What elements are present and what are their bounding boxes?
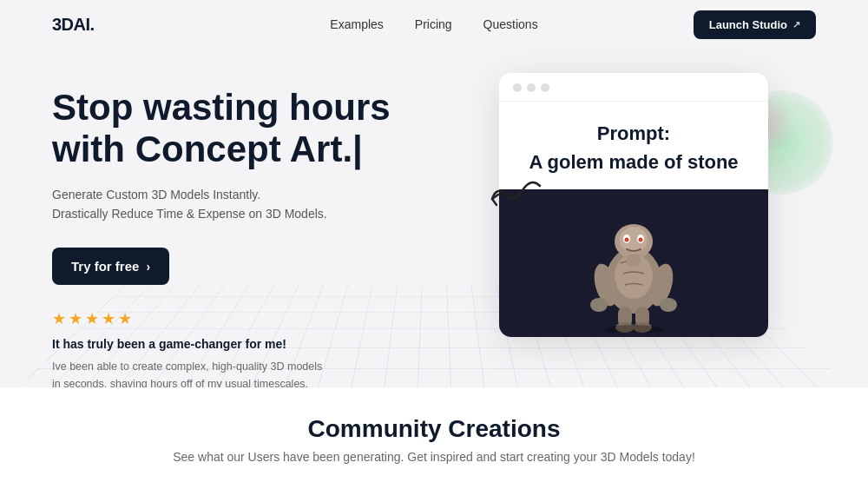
testimonial-title: It has truly been a game-changer for me! — [52, 337, 451, 351]
community-subtitle: See what our Users have been generating.… — [52, 450, 816, 464]
svg-rect-18 — [627, 254, 641, 267]
star-1: ★ — [52, 309, 66, 328]
window-dot-2 — [527, 83, 536, 92]
hero-headline: Stop wasting hours with Concept Art.| — [52, 87, 451, 171]
cta-arrow-icon: › — [146, 260, 150, 274]
window-dot-3 — [541, 83, 549, 92]
site-logo: 3DAI. — [52, 15, 95, 35]
star-rating: ★ ★ ★ ★ ★ — [52, 309, 451, 328]
svg-point-7 — [625, 237, 629, 241]
window-dot-1 — [513, 83, 522, 92]
star-3: ★ — [85, 309, 99, 328]
prompt-value: A golem made of stone — [516, 150, 751, 175]
nav-examples[interactable]: Examples — [330, 17, 383, 31]
prompt-label: Prompt: — [516, 122, 751, 145]
golem-figure — [573, 194, 694, 333]
launch-arrow-icon: ↗ — [792, 19, 800, 30]
card-top-bar — [499, 73, 768, 102]
testimonial-text: Ive been able to create complex, high-qu… — [52, 358, 330, 387]
nav-pricing[interactable]: Pricing — [415, 17, 452, 31]
hero-subtext: Generate Custom 3D Models Instantly. Dra… — [52, 185, 451, 224]
star-5: ★ — [118, 309, 132, 328]
navbar: 3DAI. Examples Pricing Questions Launch … — [0, 0, 868, 49]
hero-right: Prompt: A golem made of stone — [451, 73, 816, 337]
svg-point-8 — [639, 237, 643, 241]
svg-point-17 — [603, 325, 664, 333]
squiggle-arrow-icon — [479, 169, 549, 238]
svg-point-10 — [590, 298, 608, 312]
launch-studio-button[interactable]: Launch Studio ↗ — [694, 10, 816, 39]
nav-questions[interactable]: Questions — [483, 17, 538, 31]
hero-section: Stop wasting hours with Concept Art.| Ge… — [0, 49, 868, 387]
community-section: Community Creations See what our Users h… — [0, 387, 868, 489]
star-4: ★ — [102, 309, 115, 328]
hero-left: Stop wasting hours with Concept Art.| Ge… — [52, 73, 451, 387]
try-free-button[interactable]: Try for free › — [52, 248, 169, 285]
nav-links: Examples Pricing Questions — [330, 17, 537, 32]
svg-point-12 — [660, 298, 677, 312]
star-2: ★ — [69, 309, 82, 328]
community-title: Community Creations — [52, 415, 816, 443]
